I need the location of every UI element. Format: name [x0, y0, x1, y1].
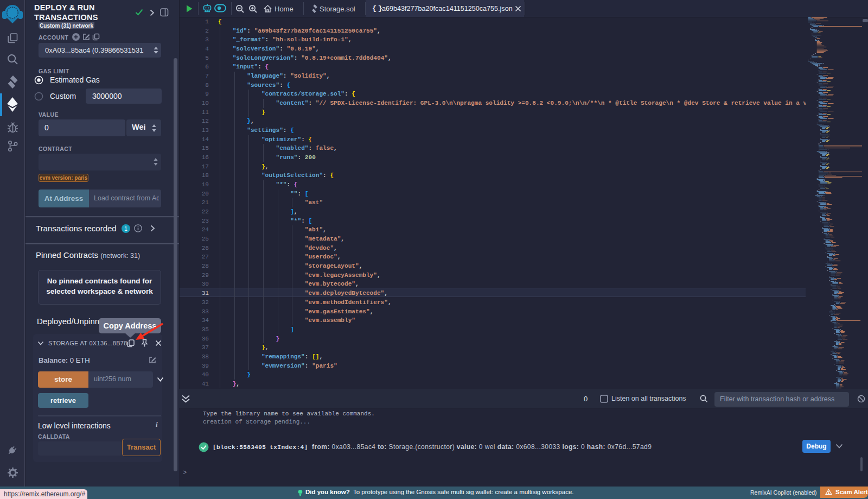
svg-text:1: 1: [124, 226, 127, 232]
